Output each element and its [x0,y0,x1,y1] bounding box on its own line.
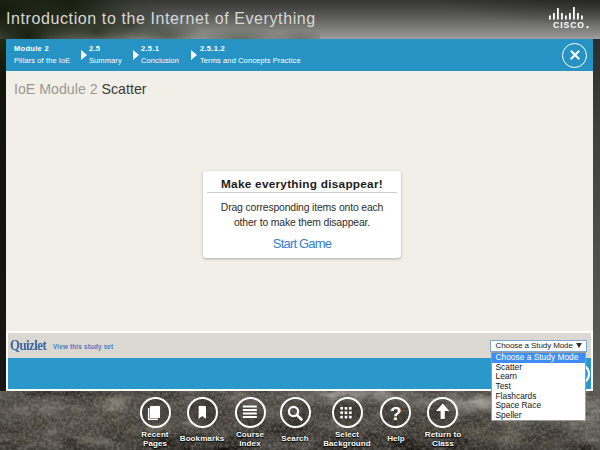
svg-text:?: ? [390,403,402,424]
svg-text:CISCO: CISCO [553,20,585,30]
